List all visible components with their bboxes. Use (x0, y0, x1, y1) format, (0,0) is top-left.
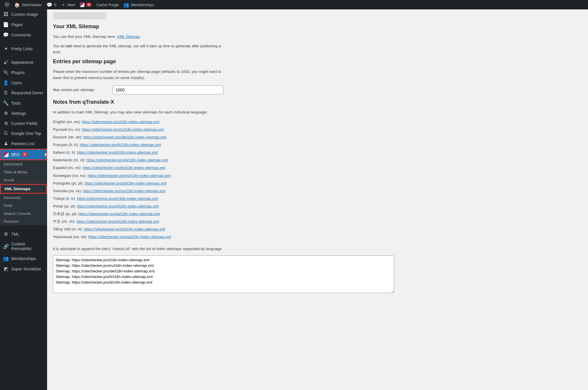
menu-icon: 🔌 (3, 70, 9, 75)
language-sitemap-link[interactable]: https://sitechecker.pro/zh/i18n-index-si… (76, 219, 159, 224)
submenu-item-advanced[interactable]: Advanced (0, 194, 47, 202)
sidebar-item-appearance[interactable]: 🖌Appearance (0, 57, 47, 67)
menu-icon: 👤 (3, 80, 9, 86)
sidebar-item-label: Comments (11, 33, 31, 37)
sidebar-item-tools[interactable]: 🔧Tools (0, 98, 47, 108)
language-sitemap-item: Svenska (sv, sv): https://sitechecker.pr… (53, 188, 394, 194)
site-name-link[interactable]: 🏠Sitechecker (12, 0, 44, 9)
sidebar-item-memberships[interactable]: 👥Memberships (0, 253, 47, 264)
sidebar-item-label: Pages (11, 22, 23, 27)
sidebar-item-plugins[interactable]: 🔌Plugins (0, 67, 47, 78)
sidebar-item-comments[interactable]: 💬Comments (0, 30, 47, 40)
language-sitemap-item: Español (es, es): https://sitechecker.pr… (53, 165, 394, 171)
sidebar-item-partners-list[interactable]: ♟Partners List (0, 138, 47, 149)
language-label: English (en, en): (53, 120, 82, 124)
language-label: Tiếng Việt (vi, vi): (53, 227, 84, 231)
heading-xml-sitemap: Your XML Sitemap (53, 24, 224, 30)
yoast-icon (80, 2, 84, 7)
language-sitemap-link[interactable]: https://sitechecker.pro/pl/i18n-index-si… (77, 204, 159, 208)
menu-icon: 🖼 (3, 12, 9, 17)
language-label: 日本語 (ja, ja): (53, 212, 78, 216)
sidebar-item-label: Appearance (11, 60, 34, 65)
language-sitemap-link[interactable]: https://sitechecker.pro/nl/i18n-index-si… (86, 158, 168, 162)
sidebar-item-seo[interactable]: SEO 4 (1, 150, 46, 159)
language-sitemap-link[interactable]: https://sitechecker.pro/pt/i18n-index-si… (85, 181, 166, 185)
language-sitemap-item: Русский (ru, ru): https://sitechecker.pr… (53, 126, 394, 133)
language-label: Français (fr, fr): (53, 143, 80, 147)
sidebar-item-label: Tools (11, 101, 21, 106)
sidebar-item-tml[interactable]: ⚙TML (0, 229, 47, 239)
comment-icon: 💬 (46, 2, 52, 8)
seo-highlight: SEO 4 (0, 149, 47, 160)
sidebar-item-requested-demo[interactable]: 🗓Requested Demo (0, 88, 47, 98)
sidebar-item-label: Super Socializer (11, 267, 41, 271)
comments-count: 0 (54, 3, 56, 7)
submenu-item-dashboard[interactable]: Dashboard (0, 160, 47, 168)
language-sitemap-link[interactable]: https://sitechecker.pro/tr/i18n-index-si… (77, 196, 158, 201)
submenu-item-tools[interactable]: Tools (0, 202, 47, 210)
sidebar-item-label: Users (11, 81, 22, 85)
sidebar-item-custom-permalinks[interactable]: 🔗Custom Permalinks (0, 239, 47, 253)
new-content-link[interactable]: ＋New (59, 0, 77, 9)
submenu-item-titles-metas[interactable]: Titles & Metas (0, 168, 47, 176)
submenu-item-premium[interactable]: Premium (0, 217, 47, 225)
language-sitemap-link[interactable]: https://sitechecker.pro/sv/i18n-index-si… (83, 189, 165, 193)
robots-textarea[interactable] (53, 255, 394, 293)
sidebar-item-label: Pretty Links (11, 46, 33, 51)
menu-icon: ◩ (3, 266, 9, 272)
link-xml-sitemap[interactable]: XML Sitemap (117, 34, 140, 39)
wp-logo[interactable]: ⓦ (2, 0, 12, 9)
submenu-item-xml-sitemaps[interactable]: XML Sitemaps (1, 185, 46, 193)
language-sitemap-link[interactable]: https://sitechecker.pro/i18n-index-sitem… (82, 120, 159, 124)
sidebar-item-google-one-tap[interactable]: GGoogle One Tap (0, 128, 47, 138)
sidebar-item-users[interactable]: 👤Users (0, 78, 47, 88)
language-sitemap-item: Português (pt, pt): https://sitechecker.… (53, 180, 394, 187)
sidebar-item-custom-image[interactable]: 🖼Custom Image (0, 9, 47, 19)
p-find-sitemap: You can find your XML Sitemap here: XML … (53, 34, 224, 40)
sidebar-item-pages[interactable]: 📄Pages (0, 19, 47, 30)
comments-link[interactable]: 💬0 (44, 0, 59, 9)
language-sitemap-link[interactable]: https://sitechecker.pro/fr/i18n-index-si… (80, 143, 161, 147)
language-sitemap-item: Norwegian (no, no): https://sitechecker.… (53, 173, 394, 179)
yoast-icon (4, 152, 9, 157)
memberships-link[interactable]: 👥Memberships (121, 0, 156, 9)
cache-purge-link[interactable]: Cache Purge (94, 0, 121, 9)
sidebar-item-custom-fields[interactable]: ⧉Custom Fields (0, 118, 47, 128)
sidebar-item-label: Partners List (11, 141, 34, 146)
language-sitemap-link[interactable]: https://sitechecker.pro/de/i18n-index-si… (83, 135, 166, 139)
language-label: Nederlands (nl, nl): (53, 158, 86, 162)
sidebar-item-label: Custom Fields (11, 121, 37, 126)
language-sitemap-link[interactable]: https://sitechecker.pro/ua/i18n-index-si… (88, 235, 171, 239)
language-sitemap-item: Türkçe (tr, tr): https://sitechecker.pro… (53, 195, 394, 202)
menu-icon: 🖌 (3, 60, 9, 65)
language-sitemap-item: Українська (ua, uk): https://sitechecker… (53, 234, 394, 240)
language-sitemap-item: Tiếng Việt (vi, vi): https://sitechecker… (53, 226, 394, 232)
new-label: New (67, 3, 75, 7)
language-sitemap-link[interactable]: https://sitechecker.pro/ja/i18n-index-si… (78, 212, 160, 216)
input-max-entries[interactable] (113, 86, 224, 94)
p-robots-advice: It is advisable to append the site's "/r… (53, 246, 394, 252)
language-sitemap-link[interactable]: https://sitechecker.pro/it/i18n-index-si… (77, 150, 158, 155)
p-notes-desc: In addition to main XML Sitemap, you may… (53, 109, 224, 115)
sidebar-item-settings[interactable]: ⚙Settings (0, 108, 47, 118)
language-sitemap-link[interactable]: https://sitechecker.pro/no/i18n-index-si… (88, 173, 171, 178)
heading-entries: Entries per sitemap page (53, 58, 224, 65)
sidebar-item-pretty-links[interactable]: ✦Pretty Links (0, 43, 47, 54)
menu-icon: 📄 (3, 22, 9, 27)
group-icon: 👥 (123, 2, 129, 8)
submenu-item-search-console[interactable]: Search Console (0, 210, 47, 217)
p-no-generate: You do not need to generate the XML site… (53, 43, 224, 55)
language-label: Deutsch (de, de): (53, 135, 83, 139)
language-sitemap-link[interactable]: https://sitechecker.pro/es/i18n-index-si… (83, 165, 165, 170)
language-sitemap-list: English (en, en): https://sitechecker.pr… (53, 119, 394, 240)
menu-icon: ♟ (3, 141, 9, 146)
language-sitemap-link[interactable]: https://sitechecker.pro/vi/i18n-index-si… (84, 227, 165, 231)
submenu-item-social[interactable]: Social (0, 176, 47, 184)
language-sitemap-link[interactable]: https://sitechecker.pro/ru/i18n-index-si… (82, 127, 164, 132)
sidebar-item-label: Settings (11, 111, 26, 116)
language-label: Türkçe (tr, tr): (53, 196, 77, 201)
yoast-bar-link[interactable]: 4 (77, 0, 94, 9)
admin-sidebar: 🖼Custom Image📄Pages💬Comments✦Pretty Link… (0, 9, 47, 390)
sidebar-item-super-socializer[interactable]: ◩Super Socializer (0, 264, 47, 274)
menu-icon: ⚙ (3, 231, 9, 237)
